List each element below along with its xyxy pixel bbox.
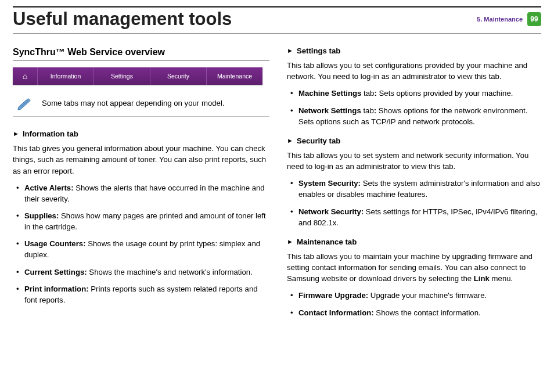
left-column: SyncThru™ Web Service overview ⌂ Informa… <box>13 45 269 324</box>
list-item: System Security: Sets the system adminis… <box>287 178 541 200</box>
triangle-icon: ► <box>287 46 293 56</box>
page-title: Useful management tools <box>13 9 232 30</box>
list-item: Active Alerts: Shows the alerts that hav… <box>13 182 269 204</box>
mid-rule <box>13 33 541 34</box>
maintenance-tab-heading: ►Maintenance tab <box>287 236 541 247</box>
list-item: Firmware Upgrade: Upgrade your machine's… <box>287 290 541 301</box>
page-root: Useful management tools 5. Maintenance 9… <box>0 0 554 336</box>
header-right: 5. Maintenance 99 <box>477 12 541 26</box>
home-icon[interactable]: ⌂ <box>13 67 38 85</box>
information-tab-list: Active Alerts: Shows the alerts that hav… <box>13 182 269 305</box>
triangle-icon: ► <box>287 238 293 247</box>
list-item: Usage Counters: Shows the usage count by… <box>13 238 269 260</box>
information-tab-heading: ►Information tab <box>13 128 269 139</box>
note-icon <box>16 95 34 110</box>
list-item: Print information: Prints reports such a… <box>13 283 269 305</box>
triangle-icon: ► <box>13 130 19 139</box>
information-tab-intro: This tab gives you general information a… <box>13 143 269 176</box>
triangle-icon: ► <box>287 136 293 146</box>
list-item: Network Settings tab: Shows options for … <box>287 105 541 127</box>
maintenance-tab-list: Firmware Upgrade: Upgrade your machine's… <box>287 290 541 318</box>
settings-tab-intro: This tab allows you to set configuration… <box>287 60 541 82</box>
tab-maintenance[interactable]: Maintenance <box>207 67 262 85</box>
maintenance-tab-intro: This tab allows you to maintain your mac… <box>287 251 541 284</box>
settings-tab-heading: ►Settings tab <box>287 45 541 56</box>
note-box: Some tabs may not appear depending on yo… <box>13 91 269 117</box>
overview-heading: SyncThru™ Web Service overview <box>13 45 269 60</box>
security-tab-intro: This tab allows you to set system and ne… <box>287 150 541 172</box>
page-number-badge: 99 <box>527 12 541 26</box>
right-column: ►Settings tab This tab allows you to set… <box>287 45 541 324</box>
security-tab-list: System Security: Sets the system adminis… <box>287 178 541 228</box>
chapter-label: 5. Maintenance <box>477 16 523 23</box>
list-item: Machine Settings tab: Sets options provi… <box>287 88 541 99</box>
list-item: Contact Information: Shows the contact i… <box>287 307 541 318</box>
tab-settings[interactable]: Settings <box>94 67 150 85</box>
note-text: Some tabs may not appear depending on yo… <box>42 98 225 109</box>
tab-information[interactable]: Information <box>38 67 94 85</box>
header-row: Useful management tools 5. Maintenance 9… <box>13 9 541 30</box>
content-columns: SyncThru™ Web Service overview ⌂ Informa… <box>13 45 541 324</box>
settings-tab-list: Machine Settings tab: Sets options provi… <box>287 88 541 127</box>
tab-security[interactable]: Security <box>150 67 207 85</box>
list-item: Current Settings: Shows the machine's an… <box>13 267 269 278</box>
syncthru-tabbar: ⌂ Information Settings Security Maintena… <box>13 67 262 85</box>
security-tab-heading: ►Security tab <box>287 135 541 146</box>
top-rule <box>13 6 541 8</box>
list-item: Supplies: Shows how many pages are print… <box>13 210 269 232</box>
list-item: Network Security: Sets settings for HTTP… <box>287 206 541 228</box>
